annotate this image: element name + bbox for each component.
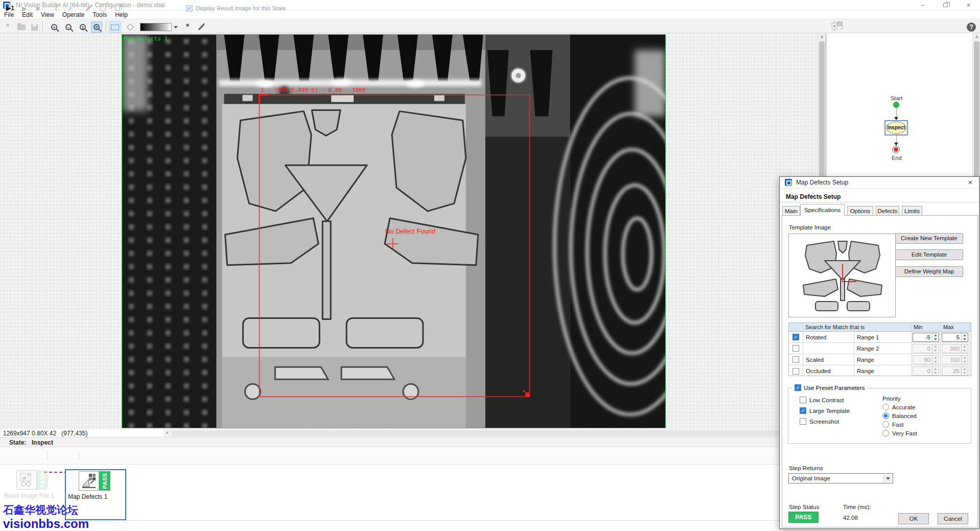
very-fast-radio[interactable] [882,430,889,436]
step-returns-dropdown[interactable]: Original Image [788,473,893,483]
close-button[interactable]: × [957,0,980,10]
image-viewport[interactable]: Map Defects 1 [0,33,818,429]
rect-roi-button[interactable] [109,21,121,33]
edit-template-button[interactable]: Edit Template [895,249,963,260]
line-profile-button[interactable]: * [182,21,193,33]
table-row: ✓ Rotated Range 1 -5 5 [789,332,971,343]
next-state-button[interactable]: › [64,3,75,14]
table-row: Range 2 0 360 [789,343,971,354]
save-button[interactable] [29,21,40,33]
occluded-checkbox[interactable] [792,368,799,375]
scrollbar-thumb[interactable] [172,430,805,436]
scaled-checkbox[interactable] [792,356,799,363]
time-value: 42.08 [843,515,858,521]
zoom-in-button[interactable]: + [49,21,60,33]
priority-accurate-row[interactable]: Accurate [882,404,915,410]
scrollbar-thumb[interactable] [974,41,979,195]
define-weight-map-button[interactable]: Define Weight Map [895,266,963,277]
cancel-button[interactable]: Cancel [938,513,968,524]
tab-main[interactable]: Main [782,206,800,216]
tab-specifications[interactable]: Specifications [800,204,845,216]
range-name: Range [857,354,874,365]
spin-down-icon[interactable] [962,337,968,341]
zoom-1-1-button[interactable]: 1 [77,21,88,33]
scroll-up-icon[interactable]: ∧ [973,33,980,41]
flowchart-inspect-node[interactable]: Inspect [884,120,908,135]
ok-button[interactable]: OK [898,513,929,524]
spin-down-icon[interactable] [932,337,939,341]
state-diagram-button[interactable] [830,21,846,33]
dialog-logo-icon [785,179,792,186]
new-button[interactable]: * [2,21,13,33]
screenshot-row[interactable]: Screenshot [800,418,839,425]
use-preset-checkbox[interactable]: ✓ [795,384,801,391]
flowchart-end-node[interactable] [892,146,900,153]
delete-step-button[interactable] [97,3,108,14]
large-template-row[interactable]: ✓ Large Template [800,407,850,414]
playbar-separator [79,451,79,460]
priority-fast-row[interactable]: Fast [882,421,903,428]
previous-state-button[interactable]: ‹ [51,3,61,14]
annotate-button[interactable] [195,21,206,33]
flowchart-start-node[interactable] [893,102,899,108]
spin-up-icon[interactable] [962,333,968,337]
pencil-icon [198,24,203,30]
state-label: State: [9,439,26,446]
copy-step-button[interactable] [111,3,123,14]
tab-defects[interactable]: Defects [876,206,899,216]
play-button[interactable]: ▶ [19,3,30,14]
scroll-up-icon[interactable]: ∧ [818,33,826,41]
copy-icon [115,6,120,11]
search-match-table: Search for Match that is Min Max ✓ Rotat… [788,322,971,376]
low-contrast-row[interactable]: Low Contrast [800,397,844,403]
table-row: Occluded Range 0 25 [789,365,971,376]
rotated-checkbox[interactable]: ✓ [792,334,799,340]
accurate-radio[interactable] [882,404,889,410]
step-icon [79,471,99,491]
tab-options[interactable]: Options [847,206,873,216]
col-header-min: Min [914,324,923,330]
max-spinner[interactable]: 5 [942,333,968,342]
scroll-left-icon[interactable]: < [164,429,171,437]
map-defects-setup-dialog: Map Defects Setup × Map Defects Setup Ma… [779,176,979,529]
display-result-checkbox[interactable]: ✓ [186,5,193,12]
min-spinner[interactable]: -5 [913,333,939,342]
image-horizontal-scrollbar[interactable]: < > [164,429,818,437]
tab-limits[interactable]: Limits [902,206,922,216]
open-button[interactable] [15,21,28,33]
dropdown-button[interactable] [883,474,892,482]
large-template-checkbox[interactable]: ✓ [800,407,806,414]
palette-dropdown-button[interactable] [172,21,179,33]
zoom-out-button[interactable]: − [63,21,74,33]
priority-balanced-row[interactable]: Balanced [882,412,917,419]
edit-step-button[interactable] [83,3,94,14]
spin-up-icon[interactable] [932,333,939,337]
create-new-template-button[interactable]: Create New Template [895,233,963,244]
priority-very-fast-row[interactable]: Very Fast [882,430,917,436]
palette-selector[interactable] [139,21,172,33]
help-button[interactable]: ? [966,21,977,33]
step-status-strip: PASS [37,470,48,490]
use-preset-parameters-row[interactable]: ✓ Use Preset Parameters [792,384,867,391]
balanced-radio[interactable] [882,412,889,419]
zoom-fit-button[interactable] [91,21,102,33]
rotated-range2-checkbox[interactable] [792,345,799,352]
dialog-close-button[interactable]: × [964,177,977,189]
stop-button[interactable]: ■ [33,3,43,14]
restore-button[interactable] [934,0,957,10]
inspection-image[interactable]: Map Defects 1 [122,34,666,428]
fast-radio[interactable] [882,421,889,428]
pencil-icon [85,5,91,11]
low-contrast-checkbox[interactable] [800,397,806,403]
watermark-forum-text: 石鑫华视觉论坛 [3,503,78,517]
flowchart-end-label: End [892,155,902,161]
toolbar-separator [42,21,43,32]
no-defect-found-text: No Defect Found [385,227,435,235]
restore-icon [943,3,948,7]
minimize-button[interactable]: – [911,0,934,10]
screenshot-checkbox[interactable] [800,418,806,425]
run-once-button[interactable]: ▶1 [4,3,16,14]
rotate-roi-button[interactable] [125,21,136,33]
display-result-checkbox-row[interactable]: ✓ Display Result Image for this State [186,3,401,14]
app-window: NI Vision Builder AI (64-bit) - Configur… [0,0,980,531]
